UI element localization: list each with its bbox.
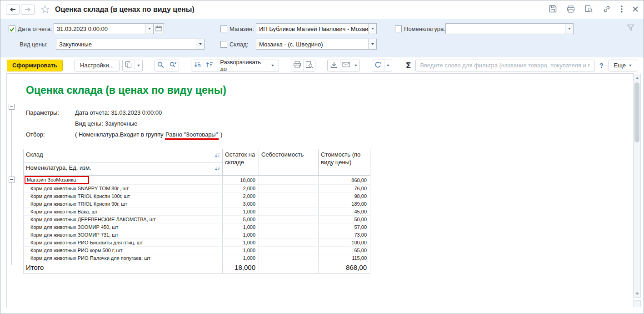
close-button[interactable] (633, 6, 638, 13)
group-row[interactable]: Магазин ЗооМозаика 18,000 868,00 (24, 176, 370, 185)
item-value-cell[interactable]: 100,00 (319, 239, 370, 247)
print-button[interactable] (567, 5, 575, 14)
sigma-icon[interactable]: Σ (404, 61, 413, 70)
nomenclature-dropdown-button[interactable] (565, 24, 573, 34)
more-menu-button[interactable] (621, 5, 623, 14)
settings-button[interactable]: Настройки... (75, 60, 120, 71)
save-button[interactable] (549, 5, 557, 14)
collapse-toggle-group[interactable] (9, 177, 15, 182)
col-header-warehouse[interactable]: Склад (24, 149, 223, 162)
item-cost-cell[interactable] (259, 185, 319, 192)
item-value-cell[interactable]: 50,00 (319, 216, 370, 223)
favorites-button[interactable] (41, 5, 50, 15)
table-row[interactable]: Корм для животных ЗООМИР 731, шт 1,000 7… (24, 231, 370, 239)
save-report-button[interactable] (328, 60, 339, 71)
warehouse-input[interactable]: Мозаика - (с. Шведино) (256, 39, 368, 49)
send-email-dropdown[interactable] (352, 60, 359, 71)
item-cost-cell[interactable] (259, 208, 319, 216)
warehouse-checkbox[interactable] (220, 41, 227, 48)
filter-settings-button[interactable] (627, 24, 634, 32)
item-cost-cell[interactable] (259, 223, 319, 231)
item-cost-cell[interactable] (259, 216, 319, 223)
date-dropdown-button[interactable] (145, 24, 153, 34)
table-row[interactable]: Корм для животных РИО Палочки для попуга… (24, 254, 370, 262)
col-header-qty[interactable]: Остаток на складе (223, 149, 259, 176)
table-row[interactable]: Корм для животных Вака, шт 1,000 45,00 (24, 208, 370, 216)
item-value-cell[interactable]: 98,00 (319, 192, 370, 200)
item-name-cell[interactable]: Корм для животных TRIOL Криспи 90г, шт (24, 200, 223, 208)
collapse-toggle-report[interactable] (9, 104, 15, 110)
nomenclature-input[interactable] (446, 24, 565, 34)
item-name-cell[interactable]: Корм для животных РИО Бисквиты для птиц,… (24, 239, 223, 247)
item-name-cell[interactable]: Корм для животных TRIOL Криспи 100г, шт (24, 192, 223, 200)
search-next-button[interactable] (167, 60, 179, 71)
item-name-cell[interactable]: Корм для животных РИО корм 500 г, шт (24, 247, 223, 254)
item-value-cell[interactable]: 45,00 (319, 208, 370, 216)
col-header-cost[interactable]: Себестоимость (259, 149, 319, 176)
scroll-up-button[interactable] (634, 74, 640, 81)
item-name-cell[interactable]: Корм для животных SNAPPY TOM 80г., шт (24, 185, 223, 192)
item-qty-cell[interactable]: 1,000 (223, 208, 259, 216)
print-preview-button[interactable] (585, 5, 593, 14)
copy-settings-dropdown[interactable] (135, 60, 142, 71)
item-cost-cell[interactable] (259, 192, 319, 200)
item-cost-cell[interactable] (259, 254, 319, 262)
table-row[interactable]: Корм для животных ДЕРЕВЕНСКИЕ ЛАКОМСТВА,… (24, 216, 370, 223)
item-cost-cell[interactable] (259, 239, 319, 247)
column-sort-icon[interactable] (215, 166, 220, 173)
print-preview-report-button[interactable] (303, 60, 315, 71)
total-cost[interactable] (259, 262, 319, 273)
table-row[interactable]: Корм для животных TRIOL Криспи 100г, шт … (24, 192, 370, 200)
report-filter-input[interactable] (415, 60, 594, 71)
table-row[interactable]: Корм для животных TRIOL Криспи 90г, шт 3… (24, 200, 370, 208)
table-row[interactable]: Корм для животных РИО Бисквиты для птиц,… (24, 239, 370, 247)
store-checkbox[interactable] (220, 25, 227, 32)
item-qty-cell[interactable]: 2,000 (223, 192, 259, 200)
item-value-cell[interactable]: 73,00 (319, 231, 370, 239)
item-value-cell[interactable]: 65,00 (319, 247, 370, 254)
item-name-cell[interactable]: Корм для животных ДЕРЕВЕНСКИЕ ЛАКОМСТВА,… (24, 216, 223, 223)
scroll-down-button[interactable] (634, 290, 640, 297)
table-row[interactable]: Корм для животных SNAPPY TOM 80г., шт 2,… (24, 185, 370, 192)
total-label[interactable]: Итого (24, 262, 223, 273)
item-cost-cell[interactable] (259, 247, 319, 254)
item-qty-cell[interactable]: 2,000 (223, 185, 259, 192)
item-value-cell[interactable]: 76,00 (319, 185, 370, 192)
search-button[interactable] (155, 60, 167, 71)
price-type-input[interactable]: Закупочные (56, 39, 196, 49)
date-input[interactable]: 31.03.2023 0:00:00 (54, 24, 145, 34)
store-input[interactable]: ИП Бубликов Матвей Павлович - Мозаика (256, 24, 368, 34)
item-name-cell[interactable]: Корм для животных ЗООМИР 731, шт (24, 231, 223, 239)
generate-button[interactable]: Сформировать (7, 60, 63, 71)
column-sort-icon[interactable] (215, 152, 220, 160)
group-value[interactable]: 868,00 (319, 176, 370, 185)
item-qty-cell[interactable]: 1,000 (223, 247, 259, 254)
item-value-cell[interactable]: 57,00 (319, 223, 370, 231)
store-dropdown-button[interactable] (368, 24, 376, 34)
table-row[interactable]: Корм для животных ЗООМИР 450, шт 1,000 5… (24, 223, 370, 231)
item-name-cell[interactable]: Корм для животных Вака, шт (24, 208, 223, 216)
copy-settings-button[interactable] (123, 60, 135, 71)
group-cost[interactable] (259, 176, 319, 185)
forward-button[interactable] (21, 5, 35, 15)
back-button[interactable] (6, 5, 20, 15)
send-email-button[interactable] (340, 60, 352, 71)
total-row[interactable]: Итого 18,000 868,00 (24, 262, 370, 273)
item-cost-cell[interactable] (259, 231, 319, 239)
item-value-cell[interactable]: 115,00 (319, 254, 370, 262)
date-checkbox[interactable] (9, 25, 15, 32)
item-qty-cell[interactable]: 1,000 (223, 239, 259, 247)
link-button[interactable] (603, 5, 611, 15)
print-report-button[interactable] (291, 60, 303, 71)
nomenclature-checkbox[interactable] (395, 25, 402, 32)
scrollbar-thumb[interactable] (634, 82, 639, 142)
item-value-cell[interactable]: 189,00 (319, 200, 370, 208)
refresh-dropdown[interactable] (384, 60, 392, 71)
date-calendar-button[interactable] (154, 23, 164, 34)
item-name-cell[interactable]: Корм для животных РИО Палочки для попуга… (24, 254, 223, 262)
item-qty-cell[interactable]: 1,000 (223, 254, 259, 262)
item-name-cell[interactable]: Корм для животных ЗООМИР 450, шт (24, 223, 223, 231)
price-type-dropdown-button[interactable] (196, 39, 204, 49)
table-row[interactable]: Корм для животных РИО корм 500 г, шт 1,0… (24, 247, 370, 254)
item-qty-cell[interactable]: 5,000 (223, 216, 259, 223)
